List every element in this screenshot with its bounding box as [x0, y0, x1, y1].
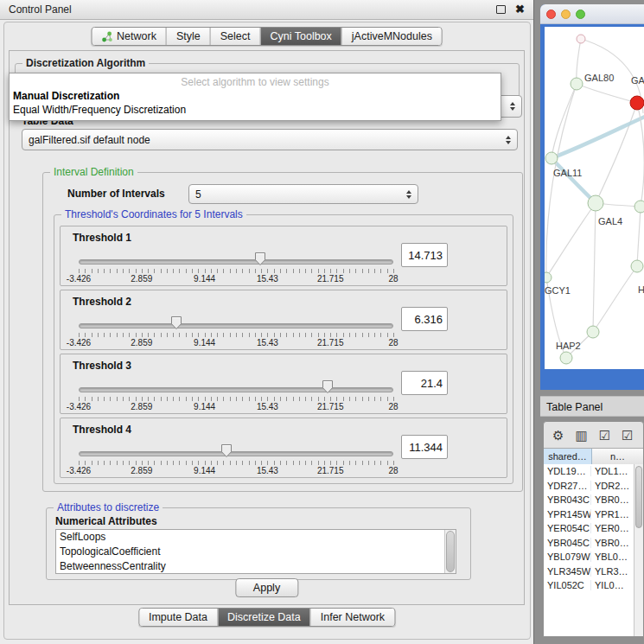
network-node[interactable] — [630, 96, 644, 110]
threshold-slider[interactable] — [79, 386, 393, 394]
table-row[interactable]: YBR043CYBR0… — [544, 493, 634, 507]
attribute-list-item[interactable]: BetweennessCentrality — [56, 559, 456, 574]
table-scrollbar[interactable] — [634, 464, 643, 636]
table-row[interactable]: YLR345WYLR3… — [544, 564, 634, 579]
slider-track[interactable] — [79, 387, 393, 392]
network-node[interactable] — [545, 272, 552, 283]
threshold-value-input[interactable] — [401, 435, 448, 459]
scale-label: 2.859 — [131, 466, 152, 475]
network-node[interactable] — [571, 78, 583, 90]
tab-impute-data[interactable]: Impute Data — [139, 609, 217, 626]
slider-ticks — [79, 269, 394, 273]
dropdown-option[interactable]: Equal Width/Frequency Discretization — [10, 103, 501, 117]
network-node[interactable] — [545, 152, 558, 164]
threshold-slider[interactable] — [79, 258, 393, 266]
threshold-slider[interactable] — [79, 450, 393, 458]
window-title: Control Panel — [9, 3, 496, 16]
intervals-select[interactable]: 5 — [188, 184, 418, 204]
table-row[interactable]: YDL19…YDL1… — [544, 464, 634, 479]
network-edge[interactable] — [596, 103, 637, 203]
network-edge[interactable] — [552, 158, 596, 203]
table-row[interactable]: YDR27…YDR2… — [544, 479, 634, 494]
threshold-box: Threshold 1-3.4262.8599.14415.4321.71528 — [60, 226, 507, 286]
threshold-value-input[interactable] — [401, 371, 448, 395]
apply-button[interactable]: Apply — [235, 578, 298, 597]
numerical-attributes-list[interactable]: SelfLoopsTopologicalCoefficientBetweenne… — [55, 529, 456, 574]
tab-style[interactable]: Style — [166, 28, 210, 45]
close-traffic-light-icon[interactable] — [546, 10, 556, 19]
dropdown-option[interactable]: Manual Discretization — [10, 89, 501, 103]
slider-track[interactable] — [79, 323, 393, 328]
tab-infer-network[interactable]: Infer Network — [310, 609, 394, 626]
tab-network[interactable]: Network — [92, 28, 166, 45]
network-edge[interactable] — [546, 203, 596, 277]
network-node[interactable] — [634, 201, 644, 213]
network-edge[interactable] — [577, 39, 581, 84]
slider-track[interactable] — [79, 259, 393, 265]
tab-cyni-toolbox[interactable]: Cyni Toolbox — [259, 28, 341, 45]
attribute-list-item[interactable]: SelfLoops — [56, 530, 456, 545]
threshold-value-input[interactable] — [401, 307, 448, 331]
table-cell: YDL19… — [544, 466, 591, 476]
node-label: HAP2 — [556, 341, 581, 351]
slider-track[interactable] — [79, 451, 393, 456]
slider-thumb-icon[interactable] — [254, 252, 266, 270]
threshold-slider[interactable] — [79, 322, 393, 330]
spinner-arrows-icon — [510, 102, 515, 111]
node-label: H — [638, 284, 644, 295]
select-all-columns-icon[interactable]: ☑ — [599, 429, 610, 442]
scrollbar-thumb[interactable] — [446, 531, 455, 572]
column-header-shared-name[interactable]: shared… — [544, 449, 592, 464]
network-node[interactable] — [577, 35, 585, 43]
list-scrollbar[interactable] — [444, 530, 456, 573]
group-title: Interval Definition — [50, 166, 137, 179]
table-row[interactable]: YPR145WYPR1… — [544, 507, 634, 522]
table-cell: YDR27… — [544, 481, 591, 491]
scrollbar-thumb[interactable] — [635, 466, 642, 528]
tab-label: jActiveMNodules — [352, 30, 432, 42]
network-edge[interactable] — [637, 207, 641, 266]
network-node[interactable] — [560, 352, 572, 364]
minimize-traffic-light-icon[interactable] — [561, 10, 571, 19]
scale-label: 15.43 — [257, 274, 278, 284]
select-columns-icon[interactable]: ☑ — [622, 429, 633, 442]
network-canvas[interactable]: GAL80GAGAL11GAL4GCY1HAP2H — [545, 27, 644, 369]
table-row[interactable]: YIL052CYIL0… — [544, 578, 634, 593]
network-node[interactable] — [588, 195, 603, 211]
settings-panel: Discretization Algorithm Table Data galF… — [9, 50, 525, 605]
tab-discretize-data[interactable]: Discretize Data — [217, 609, 310, 626]
network-node[interactable] — [587, 326, 599, 338]
tab-jactivemnodules[interactable]: jActiveMNodules — [341, 28, 442, 45]
spinner-arrows-icon — [506, 136, 511, 144]
slider-thumb-icon[interactable] — [220, 443, 233, 462]
table-cell: YBL0… — [591, 552, 634, 562]
network-edge[interactable] — [593, 266, 637, 332]
network-edge[interactable] — [577, 84, 637, 103]
gear-icon[interactable]: ⚙ — [552, 429, 564, 442]
slider-thumb-icon[interactable] — [322, 379, 334, 398]
float-window-icon[interactable] — [496, 5, 506, 14]
slider-thumb-icon[interactable] — [170, 316, 182, 334]
network-edge[interactable] — [593, 203, 596, 332]
group-title: Threshold's Coordinates for 5 Intervals — [61, 208, 246, 221]
column-header-name[interactable]: n… — [592, 449, 643, 464]
group-title: Discretization Algorithm — [22, 57, 149, 70]
columns-icon[interactable]: ▥ — [575, 429, 587, 442]
threshold-label: Threshold 2 — [73, 296, 131, 308]
numerical-attributes-label: Numerical Attributes — [55, 515, 157, 527]
table-row[interactable]: YBR045CYBR0… — [544, 536, 634, 551]
slider-ticks — [79, 397, 394, 401]
zoom-traffic-light-icon[interactable] — [576, 10, 585, 19]
threshold-value-input[interactable] — [401, 243, 448, 267]
threshold-box: Threshold 3-3.4262.8599.14415.4321.71528 — [60, 354, 507, 414]
table-data-select[interactable]: galFiltered.sif default node — [22, 129, 518, 150]
table-row[interactable]: YER054CYER0… — [544, 521, 634, 536]
thresholds-group: Threshold's Coordinates for 5 Intervals … — [54, 214, 513, 484]
close-window-icon[interactable]: ✖ — [515, 4, 525, 15]
network-node[interactable] — [631, 260, 643, 272]
scale-label: 28 — [388, 466, 398, 475]
table-row[interactable]: YBL079WYBL0… — [544, 550, 634, 564]
slider-ticks — [79, 461, 394, 465]
attribute-list-item[interactable]: TopologicalCoefficient — [56, 545, 456, 559]
tab-select[interactable]: Select — [210, 28, 260, 45]
